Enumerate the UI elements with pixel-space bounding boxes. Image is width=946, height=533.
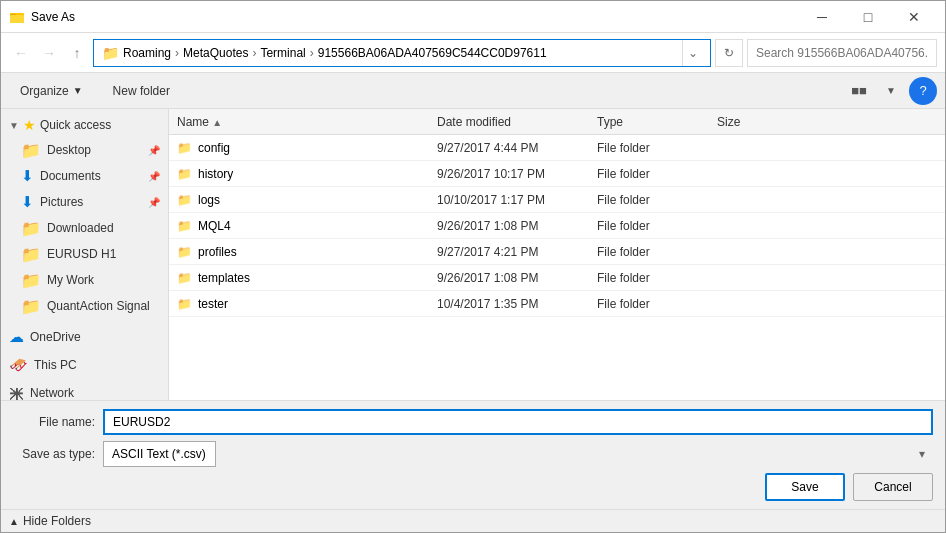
file-date-cell: 9/27/2017 4:21 PM bbox=[437, 245, 597, 259]
table-row[interactable]: 📁 profiles 9/27/2017 4:21 PM File folder bbox=[169, 239, 945, 265]
filetype-select-wrapper: ASCII Text (*.csv) CSV (*.csv) Text (*.t… bbox=[103, 441, 933, 467]
file-folder-icon: 📁 bbox=[177, 141, 192, 155]
close-button[interactable]: ✕ bbox=[891, 1, 937, 33]
table-row[interactable]: 📁 logs 10/10/2017 1:17 PM File folder bbox=[169, 187, 945, 213]
col-name-header[interactable]: Name ▲ bbox=[177, 115, 437, 129]
file-name-cell: 📁 history bbox=[177, 167, 437, 181]
dialog-icon bbox=[9, 9, 25, 25]
mywork-label: My Work bbox=[47, 273, 94, 287]
sidebar-item-documents[interactable]: ⬇ Documents 📌 bbox=[1, 163, 168, 189]
col-date-header[interactable]: Date modified bbox=[437, 115, 597, 129]
network-icon: 🞼 bbox=[9, 385, 24, 401]
forward-button[interactable]: → bbox=[37, 41, 61, 65]
file-name-cell: 📁 tester bbox=[177, 297, 437, 311]
file-date-cell: 10/4/2017 1:35 PM bbox=[437, 297, 597, 311]
title-bar-controls: ─ □ ✕ bbox=[799, 1, 937, 33]
col-type-label: Type bbox=[597, 115, 623, 129]
col-size-header[interactable]: Size bbox=[717, 115, 937, 129]
sidebar-item-desktop[interactable]: 📁 Desktop 📌 bbox=[1, 137, 168, 163]
sidebar-item-downloaded[interactable]: 📁 Downloaded bbox=[1, 215, 168, 241]
file-folder-icon: 📁 bbox=[177, 245, 192, 259]
file-folder-icon: 📁 bbox=[177, 297, 192, 311]
table-row[interactable]: 📁 templates 9/26/2017 1:08 PM File folde… bbox=[169, 265, 945, 291]
col-date-label: Date modified bbox=[437, 115, 511, 129]
organize-button[interactable]: Organize ▼ bbox=[9, 77, 94, 105]
path-segment-metaquotes[interactable]: MetaQuotes bbox=[183, 46, 248, 60]
file-name-cell: 📁 config bbox=[177, 141, 437, 155]
file-type-cell: File folder bbox=[597, 219, 717, 233]
thispc-icon: 🛷 bbox=[9, 356, 28, 374]
title-bar-left: Save As bbox=[9, 9, 75, 25]
quantaction-label: QuantAction Signal bbox=[47, 299, 150, 313]
quantaction-folder-icon: 📁 bbox=[21, 297, 41, 316]
desktop-pin-icon: 📌 bbox=[148, 145, 160, 156]
quick-access-header[interactable]: ▼ ★ Quick access bbox=[1, 113, 168, 137]
address-path[interactable]: 📁 Roaming › MetaQuotes › Terminal › 9155… bbox=[93, 39, 711, 67]
onedrive-label: OneDrive bbox=[30, 330, 81, 344]
search-input[interactable] bbox=[747, 39, 937, 67]
sidebar-item-pictures[interactable]: ⬇ Pictures 📌 bbox=[1, 189, 168, 215]
documents-label: Documents bbox=[40, 169, 101, 183]
file-name-cell: 📁 logs bbox=[177, 193, 437, 207]
view-dropdown-button[interactable]: ▼ bbox=[877, 77, 905, 105]
file-date-cell: 9/26/2017 10:17 PM bbox=[437, 167, 597, 181]
downloaded-label: Downloaded bbox=[47, 221, 114, 235]
file-folder-icon: 📁 bbox=[177, 193, 192, 207]
sidebar-item-thispc[interactable]: 🛷 This PC bbox=[1, 351, 168, 379]
file-type-cell: File folder bbox=[597, 245, 717, 259]
filename-input[interactable] bbox=[103, 409, 933, 435]
refresh-button[interactable]: ↻ bbox=[715, 39, 743, 67]
file-name: logs bbox=[198, 193, 220, 207]
sidebar-item-network[interactable]: 🞼 Network bbox=[1, 379, 168, 400]
sidebar-item-eurusd[interactable]: 📁 EURUSD H1 bbox=[1, 241, 168, 267]
path-segment-roaming[interactable]: Roaming bbox=[123, 46, 171, 60]
back-button[interactable]: ← bbox=[9, 41, 33, 65]
col-name-sort-arrow: ▲ bbox=[212, 117, 222, 128]
table-row[interactable]: 📁 MQL4 9/26/2017 1:08 PM File folder bbox=[169, 213, 945, 239]
hide-folders-toggle[interactable]: ▲ Hide Folders bbox=[1, 509, 945, 532]
maximize-button[interactable]: □ bbox=[845, 1, 891, 33]
quick-access-label: Quick access bbox=[40, 118, 111, 132]
sidebar-item-quantaction[interactable]: 📁 QuantAction Signal bbox=[1, 293, 168, 319]
table-row[interactable]: 📁 config 9/27/2017 4:44 PM File folder bbox=[169, 135, 945, 161]
title-bar: Save As ─ □ ✕ bbox=[1, 1, 945, 33]
file-type-cell: File folder bbox=[597, 297, 717, 311]
file-folder-icon: 📁 bbox=[177, 219, 192, 233]
up-button[interactable]: ↑ bbox=[65, 41, 89, 65]
eurusd-folder-icon: 📁 bbox=[21, 245, 41, 264]
bottom-actions: Save Cancel bbox=[13, 473, 933, 501]
sidebar-item-mywork[interactable]: 📁 My Work bbox=[1, 267, 168, 293]
file-type-cell: File folder bbox=[597, 193, 717, 207]
file-rows-container: 📁 config 9/27/2017 4:44 PM File folder 📁… bbox=[169, 135, 945, 317]
file-type-cell: File folder bbox=[597, 271, 717, 285]
file-name: config bbox=[198, 141, 230, 155]
desktop-label: Desktop bbox=[47, 143, 91, 157]
file-date-cell: 9/26/2017 1:08 PM bbox=[437, 219, 597, 233]
main-content: ▼ ★ Quick access 📁 Desktop 📌 ⬇ Documents… bbox=[1, 109, 945, 400]
path-segment-terminal[interactable]: Terminal bbox=[260, 46, 305, 60]
table-row[interactable]: 📁 tester 10/4/2017 1:35 PM File folder bbox=[169, 291, 945, 317]
minimize-button[interactable]: ─ bbox=[799, 1, 845, 33]
col-type-header[interactable]: Type bbox=[597, 115, 717, 129]
new-folder-button[interactable]: New folder bbox=[102, 77, 181, 105]
path-dropdown-button[interactable]: ⌄ bbox=[682, 40, 702, 66]
pictures-label: Pictures bbox=[40, 195, 83, 209]
file-folder-icon: 📁 bbox=[177, 271, 192, 285]
toolbar: Organize ▼ New folder ■■ ▼ ? bbox=[1, 73, 945, 109]
desktop-folder-icon: 📁 bbox=[21, 141, 41, 160]
filetype-select[interactable]: ASCII Text (*.csv) CSV (*.csv) Text (*.t… bbox=[103, 441, 216, 467]
table-row[interactable]: 📁 history 9/26/2017 10:17 PM File folder bbox=[169, 161, 945, 187]
sidebar-item-onedrive[interactable]: ☁ OneDrive bbox=[1, 323, 168, 351]
path-segment-hash[interactable]: 915566BA06ADA407569C544CC0D97611 bbox=[318, 46, 547, 60]
file-folder-icon: 📁 bbox=[177, 167, 192, 181]
file-date-cell: 9/27/2017 4:44 PM bbox=[437, 141, 597, 155]
address-bar: ← → ↑ 📁 Roaming › MetaQuotes › Terminal … bbox=[1, 33, 945, 73]
filename-label: File name: bbox=[13, 415, 103, 429]
file-list: Name ▲ Date modified Type Size 📁 config bbox=[169, 109, 945, 400]
help-button[interactable]: ? bbox=[909, 77, 937, 105]
cancel-button[interactable]: Cancel bbox=[853, 473, 933, 501]
view-options-button[interactable]: ■■ bbox=[845, 77, 873, 105]
save-button[interactable]: Save bbox=[765, 473, 845, 501]
file-name: templates bbox=[198, 271, 250, 285]
file-name: MQL4 bbox=[198, 219, 231, 233]
